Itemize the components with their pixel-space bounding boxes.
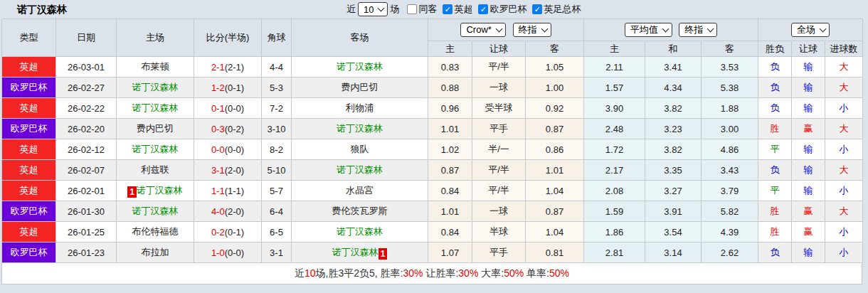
avg-draw-odds: 3.27 (645, 181, 702, 201)
score-cell: 2-1(2-1) (194, 57, 262, 78)
table-row: 英超26-02-12诺丁汉森林0-0(0-0)8-2狼队1.02半/一0.861… (2, 139, 863, 160)
filter-label: 同客 (418, 3, 437, 16)
avg-draw-odds: 3.41 (645, 57, 702, 78)
team-name[interactable]: 狼队 (351, 144, 369, 154)
league-badge: 欧罗巴杯 (2, 78, 56, 98)
average-stage-value: 终指 (684, 23, 703, 36)
handicap-home-odds: 1.02 (428, 139, 472, 160)
halftime-score: (2-0) (225, 165, 244, 176)
sub-header-result-wdl: 胜负 (758, 41, 792, 57)
team-name[interactable]: 诺丁汉森林 (137, 185, 183, 196)
league-badge: 英超 (2, 57, 56, 78)
away-team-cell: 诺丁汉森林 (292, 160, 428, 181)
checkbox-unchecked-icon[interactable] (407, 4, 417, 14)
fulltime-score: 0-0 (211, 144, 225, 155)
team-name[interactable]: 费内巴切 (342, 82, 379, 92)
result-wdl: 胜 (758, 222, 792, 243)
checkbox-checked-icon[interactable]: ✓ (478, 4, 488, 14)
league-badge: 英超 (2, 160, 56, 181)
avg-draw-odds: 3.82 (645, 98, 702, 119)
scope-select-value: 全场 (797, 23, 815, 36)
result-wdl: 负 (758, 160, 792, 181)
summary-stat-label: 场,胜3平2负5, 胜率: (316, 267, 403, 279)
summary-stat-value: 50% (549, 267, 569, 279)
handicap-line: 受半球 (472, 98, 526, 119)
table-row: 英超26-01-25布伦特福德0-2(0-1)6-5诺丁汉森林0.84半球1.0… (2, 222, 863, 243)
team-name[interactable]: 诺丁汉森林 (337, 61, 383, 72)
result-goals: 大 (825, 119, 863, 139)
team-name[interactable]: 布莱顿 (142, 61, 169, 72)
team-name[interactable]: 费内巴切 (137, 123, 174, 134)
handicap-away-odds: 0.87 (526, 119, 584, 139)
result-handicap: 输 (792, 98, 825, 119)
handicap-line: 平/半 (472, 160, 526, 181)
league-badge: 欧罗巴杯 (2, 243, 56, 263)
fulltime-score: 0-1 (211, 103, 225, 114)
match-date: 26-02-20 (56, 119, 117, 139)
avg-away-odds: 4.86 (702, 139, 758, 160)
matches-tbody: 英超26-03-01布莱顿2-1(2-1)4-4诺丁汉森林0.83平/半1.05… (2, 57, 863, 263)
away-team-cell: 诺丁汉森林 (292, 57, 428, 78)
avg-away-odds: 5.38 (702, 78, 758, 98)
corners: 7-2 (262, 98, 292, 119)
avg-draw-odds: 3.82 (645, 139, 702, 160)
team-name[interactable]: 诺丁汉森林 (132, 82, 179, 92)
result-wdl: 平 (758, 181, 792, 201)
team-name[interactable]: 诺丁汉森林 (332, 247, 379, 257)
result-wdl: 负 (758, 243, 792, 263)
handicap-away-odds: 1.04 (526, 222, 584, 243)
team-name[interactable]: 利物浦 (346, 102, 374, 113)
halftime-score: (2-0) (225, 206, 244, 217)
col-header-date: 日期 (56, 19, 117, 57)
avg-home-odds: 2.11 (584, 57, 645, 78)
recent-count-select[interactable]: 10 (358, 2, 388, 16)
team-name[interactable]: 布伦特福德 (132, 226, 179, 237)
team-name[interactable]: 诺丁汉森林 (337, 164, 383, 175)
home-team-cell: 诺丁汉森林 (117, 78, 194, 98)
summary-stat-value: 30% (403, 267, 423, 279)
team-name[interactable]: 费伦茨瓦罗斯 (332, 206, 388, 216)
checkbox-checked-icon[interactable]: ✓ (443, 4, 452, 14)
checkbox-checked-icon[interactable]: ✓ (532, 4, 542, 14)
halftime-score: (0-0) (225, 103, 244, 114)
team-name[interactable]: 诺丁汉森林 (337, 123, 383, 134)
team-name[interactable]: 诺丁汉森林 (132, 144, 179, 154)
average-select[interactable]: 平均值 (625, 23, 672, 37)
sub-header-result-goals: 进球数 (825, 41, 863, 57)
team-name[interactable]: 诺丁汉森林 (337, 226, 383, 237)
away-team-cell: 费内巴切 (292, 78, 428, 98)
match-date: 26-02-07 (56, 160, 117, 181)
team-name[interactable]: 诺丁汉森林 (132, 102, 179, 113)
bookmaker-select[interactable]: Crow* (460, 23, 505, 37)
team-name[interactable]: 利兹联 (142, 164, 169, 175)
avg-draw-odds: 3.23 (645, 119, 702, 139)
scope-select-cell: 全场 (758, 19, 863, 41)
recent-count-value: 10 (364, 4, 374, 15)
result-goals: 小 (825, 181, 863, 201)
result-goals: 大 (825, 160, 863, 181)
team-name[interactable]: 水晶宫 (346, 185, 374, 196)
chevron-down-icon (662, 26, 669, 33)
avg-draw-odds: 3.14 (645, 243, 702, 263)
avg-away-odds: 5.82 (702, 201, 758, 222)
team-name[interactable]: 诺丁汉森林 (132, 206, 179, 216)
fulltime-score: 3-1 (211, 165, 225, 176)
table-row: 英超26-02-011诺丁汉森林1-1(1-1)5-7水晶宫0.84平/半1.0… (2, 181, 863, 201)
home-team-cell: 布莱顿 (117, 57, 194, 78)
match-date: 26-02-12 (56, 139, 117, 160)
team-name[interactable]: 布拉加 (142, 247, 169, 257)
avg-home-odds: 2.48 (584, 119, 645, 139)
avg-home-odds: 2.08 (584, 181, 645, 201)
fulltime-score: 0-2 (211, 227, 225, 238)
corners: 3-1 (262, 243, 292, 263)
score-cell: 0-3(0-2) (194, 119, 262, 139)
corners: 6-4 (262, 201, 292, 222)
bookmaker-stage-select[interactable]: 终指 (513, 23, 551, 37)
average-stage-select[interactable]: 终指 (679, 23, 717, 37)
red-number-badge: 1 (379, 248, 388, 260)
sub-header-avg-home: 主 (584, 41, 645, 57)
home-team-cell: 1诺丁汉森林 (117, 181, 194, 201)
handicap-home-odds: 1.01 (428, 119, 472, 139)
scope-select[interactable]: 全场 (791, 23, 830, 37)
avg-home-odds: 2.17 (584, 160, 645, 181)
